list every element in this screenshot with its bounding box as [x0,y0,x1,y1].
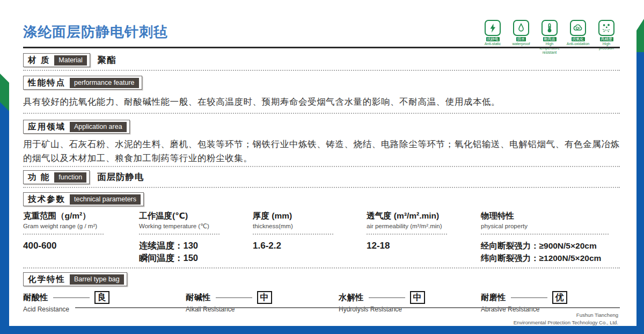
param-header-en: Gram weight range (g / m²) [23,222,139,230]
application-label-en: Application area [70,122,127,132]
param-header-en: physical property [481,222,620,230]
chem-grade-badge: 优 [552,291,567,304]
right-green-accent [636,19,644,52]
param-header-en: thickness(mm) [253,222,367,230]
param-header-en: air permeability (m³/m².min) [367,222,481,230]
chem-alkali-resistance: 耐碱性 中 Alkali Resistance [186,291,339,313]
chemical-label-zh: 化学特性 [28,274,65,285]
function-label-en: function [54,172,86,183]
function-value: 面层防静电 [97,171,144,183]
param-header-zh: 工作温度(℃) [139,210,253,221]
param-value: 经向断裂强力：≥900N/5×20cm [481,239,620,252]
chem-grade-badge: 中 [257,291,272,304]
param-value: 12-18 [367,239,481,252]
section-technical: 技术参数 technical parameters [23,192,620,206]
param-header-zh: 克重范围（g/m²） [23,210,139,221]
section-application: 应用领域 Application area [23,120,620,134]
technical-parameters-table: 克重范围（g/m²） Gram weight range (g / m²) 40… [23,210,620,264]
right-blue-bar [636,52,644,326]
technical-label-box: 技术参数 technical parameters [23,192,144,206]
material-label-box: 材 质 Material [23,53,90,67]
chemical-properties-row: 耐酸性 良 Acid Resistance 耐碱性 中 Alkali Resis… [23,291,620,313]
section-performance: 性能特点 performance feature [23,76,620,90]
param-working-temperature: 工作温度(℃) Working temperature (℃) 连续温度：130… [139,210,253,264]
chemical-label-box: 化学特性 Barrel type bag [23,272,127,286]
chem-label-zh: 耐酸性 [23,292,48,303]
chem-acid-resistance: 耐酸性 良 Acid Resistance [23,291,186,313]
performance-label-en: performance feature [70,78,139,88]
param-rule [253,234,333,235]
param-header-zh: 厚度 (mm) [253,210,367,221]
bottom-blue-bar [0,326,644,334]
footer-rule [75,307,620,308]
footer-company-line1: Fushun Tiancheng [514,311,618,319]
performance-label-box: 性能特点 performance feature [23,76,142,90]
dotted-divider [23,267,620,268]
chem-label-zh: 耐碱性 [186,292,211,303]
chem-connector-line [216,297,252,298]
section-chemical: 化学特性 Barrel type bag [23,272,620,286]
param-air-permeability: 透气度 (m³/m².min) air permeability (m³/m².… [367,210,481,264]
param-header-zh: 物理特性 [481,210,620,221]
application-text: 用于矿山、石灰石粉、水泥的生料、磨机、包装等环节；钢铁行业中炼铁、铸造、烧结、电… [23,137,620,165]
section-material: 材 质 Material 聚酯 [23,53,620,67]
performance-label-zh: 性能特点 [28,77,65,89]
chem-hydrolysis-resistance: 水解性 中 Hydrolysis Resistance [339,291,481,313]
chem-grade-badge: 良 [94,291,109,304]
footer-company: Fushun Tiancheng Environmental Protectio… [514,311,618,326]
dotted-divider [23,187,620,188]
dotted-divider [23,166,620,167]
title-rule [23,47,620,48]
page-title: 涤纶面层防静电针刺毡 [23,24,620,40]
param-physical-property: 物理特性 physical property 经向断裂强力：≥900N/5×20… [481,210,620,264]
chemical-label-en: Barrel type bag [70,274,124,285]
param-value: 1.6-2.2 [253,239,367,252]
param-header-en: Working temperature (℃) [139,222,253,230]
param-rule [139,234,219,235]
param-rule [367,234,447,235]
chem-grade-badge: 中 [410,291,425,304]
material-value: 聚酯 [98,54,116,66]
function-label-box: 功 能 function [23,170,90,184]
material-label-en: Material [54,55,86,66]
application-label-zh: 应用领域 [28,121,65,133]
chem-connector-line [369,297,405,298]
chem-connector-line [511,297,547,298]
dotted-divider [23,113,620,114]
performance-text: 具有较好的抗氧化能力、耐酸碱性能一般、在较高温度时、预期寿命会受烟气含水量的影响… [23,95,620,108]
param-gram-weight: 克重范围（g/m²） Gram weight range (g / m²) 40… [23,210,139,264]
param-rule [481,234,609,235]
param-rule [23,234,104,235]
chem-label-zh: 水解性 [339,292,364,303]
technical-label-zh: 技术参数 [28,194,65,205]
application-label-box: 应用领域 Application area [23,120,130,134]
chem-label-zh: 耐磨性 [481,292,506,303]
dotted-divider [23,70,620,71]
param-value: 400-600 [23,239,139,252]
param-value: 纬向断裂强力：≥1200N/5×20cm [481,252,620,264]
chem-connector-line [53,297,90,298]
function-label-zh: 功 能 [28,172,50,183]
param-header-zh: 透气度 (m³/m².min) [367,210,481,221]
param-thickness: 厚度 (mm) thickness(mm) 1.6-2.2 [253,210,367,264]
chem-abrasive-resistance: 耐磨性 优 Abrasive Resistance [481,291,620,313]
param-value: 连续温度：130 [139,239,253,252]
material-label-zh: 材 质 [28,55,50,66]
section-function: 功 能 function 面层防静电 [23,170,620,184]
left-blue-bar [0,102,9,329]
page-content: 涤纶面层防静电针刺毡 材 质 Material 聚酯 性能特点 performa… [23,0,620,313]
param-value: 瞬间温度：150 [139,252,253,264]
footer-company-line2: Environmental Protection Technology Co.,… [514,319,618,326]
technical-label-en: technical parameters [70,194,141,205]
